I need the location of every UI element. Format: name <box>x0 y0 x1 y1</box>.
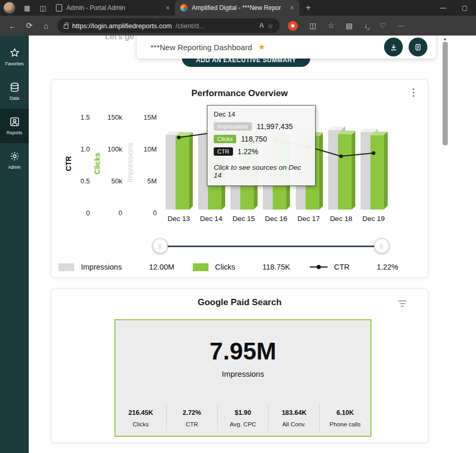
x-axis-label: Dec 15 <box>227 215 260 223</box>
axis-tick: 100k <box>108 145 122 153</box>
favorite-dashboard-star-icon[interactable]: ★ <box>258 42 265 52</box>
metric-label: Avg. CPC <box>218 421 269 427</box>
range-slider-handle-right[interactable]: || <box>374 238 389 253</box>
legend-label: Impressions <box>81 263 122 271</box>
tab-title: Admin - Portal Admin <box>66 4 161 11</box>
partial-greeting-text: Let's ge <box>105 36 134 41</box>
clicks-swatch-icon <box>193 263 208 271</box>
lock-icon <box>64 25 68 29</box>
document-report-button[interactable] <box>409 38 427 56</box>
impressions-metric-box[interactable]: 7.95M Impressions 216.45K Clicks 2.72% C… <box>114 319 371 437</box>
legend-impressions[interactable]: Impressions 12.00M <box>59 263 175 271</box>
kebab-menu-icon[interactable]: ⋮ <box>409 86 419 98</box>
sidebar-item-admin[interactable]: Admin <box>0 143 29 178</box>
sidebar-item-label: Data <box>10 96 19 101</box>
profile-avatar[interactable] <box>4 2 15 14</box>
app-sidebar: Favorites Data Reports Admin <box>0 36 29 453</box>
sidebar-item-data[interactable]: Data <box>0 74 29 109</box>
metric-value: 216.45K <box>115 409 166 416</box>
star-icon <box>9 48 20 58</box>
home-icon[interactable]: ⌂ <box>39 19 53 32</box>
range-slider-handle-left[interactable]: || <box>153 238 168 253</box>
impressions-big-label: Impressions <box>115 369 370 378</box>
metric-value: $1.90 <box>218 409 269 416</box>
extension-icon[interactable]: ✱ <box>288 21 298 31</box>
axis-tick: 10M <box>144 145 157 153</box>
tab-actions-icon[interactable]: ◫ <box>35 4 51 12</box>
metric-avg-cpc[interactable]: $1.90 Avg. CPC <box>217 404 269 431</box>
card-title: Performance Overview <box>51 88 428 99</box>
maximize-button[interactable]: ▢ <box>462 4 468 11</box>
range-slider-track[interactable] <box>167 246 382 247</box>
new-tab-button[interactable]: + <box>306 3 311 13</box>
close-tab-icon[interactable]: × <box>290 4 294 12</box>
chart-tooltip[interactable]: Dec 14 Impressions 11,997,435 Clicks 118… <box>207 105 316 186</box>
x-axis-labels: Dec 13Dec 14Dec 15Dec 16Dec 17Dec 18Dec … <box>162 215 390 224</box>
x-axis-label: Dec 13 <box>162 215 195 223</box>
minimize-button[interactable]: — <box>440 4 446 11</box>
tab-admin-portal[interactable]: Admin - Portal Admin × <box>51 0 175 16</box>
close-tab-icon[interactable]: × <box>166 4 170 12</box>
scrollbar-thumb[interactable] <box>443 42 448 145</box>
sidebar-item-label: Favorites <box>5 61 24 66</box>
dashboard-header-card: ***New Reporting Dashboard ★ <box>137 36 436 59</box>
workspaces-icon[interactable]: ▦ <box>19 4 35 12</box>
clicks-axis-ticks: 150k100k50k0 <box>100 113 122 217</box>
favorite-star-icon[interactable]: ☆ <box>268 22 273 30</box>
tab-amplified-digital[interactable]: Amplified Digital - ***New Repor × <box>175 0 299 16</box>
collections-icon[interactable]: ▤ <box>346 21 353 30</box>
download-report-button[interactable] <box>384 38 403 56</box>
back-icon[interactable]: ← <box>5 19 20 32</box>
axis-tick: 0 <box>86 209 90 217</box>
browser-essentials-icon[interactable]: ♡ <box>379 21 386 30</box>
clicks-value: 118,750 <box>241 135 267 143</box>
metric-phone-calls[interactable]: 6.10K Phone calls <box>319 404 370 431</box>
download-icon <box>390 43 398 51</box>
impressions-value: 11,997,435 <box>257 122 293 131</box>
ctr-line-swatch-icon <box>310 266 328 268</box>
page-scrollbar[interactable]: ▲ <box>442 36 448 453</box>
download-check-icon: ✓ <box>367 26 371 32</box>
dashboard-page: Let's ge ***New Reporting Dashboard ★ AD… <box>29 36 476 453</box>
scrollbar-up-icon[interactable]: ▲ <box>442 36 448 41</box>
google-paid-search-card: Google Paid Search 7.95M Impressions 216… <box>51 288 428 443</box>
browser-titlebar: ▦ ◫ Admin - Portal Admin × Amplified Dig… <box>0 0 476 16</box>
favorites-bar-icon[interactable]: ☆ <box>328 21 334 30</box>
metric-all-conv[interactable]: 183.64K All Conv. <box>268 404 319 431</box>
legend-value: 1.22% <box>377 263 398 271</box>
refresh-icon[interactable]: ⟳ <box>22 19 37 32</box>
x-axis-label: Dec 14 <box>195 215 227 223</box>
legend-clicks[interactable]: Clicks 118.75K <box>193 263 291 271</box>
tab-title: Amplified Digital - ***New Repor <box>192 4 286 11</box>
sidebar-item-favorites[interactable]: Favorites <box>0 40 29 74</box>
address-bar[interactable]: https://login.amplifiedreports.com /clie… <box>57 18 280 33</box>
axis-tick: 150k <box>108 113 122 121</box>
reports-person-icon <box>9 117 20 127</box>
metric-label: Clicks <box>115 421 166 427</box>
url-host: https://login.amplifiedreports.com <box>72 22 172 30</box>
metric-label: Phone calls <box>320 421 370 427</box>
read-aloud-icon[interactable]: A <box>259 22 263 29</box>
split-screen-icon[interactable]: ◫ <box>309 21 316 30</box>
sidebar-item-label: Admin <box>8 165 20 170</box>
document-favicon <box>56 4 62 11</box>
x-axis-label: Dec 19 <box>357 215 390 223</box>
metric-ctr[interactable]: 2.72% CTR <box>166 404 217 431</box>
sidebar-item-label: Reports <box>7 130 22 135</box>
legend-ctr[interactable]: CTR 1.22% <box>310 263 398 271</box>
settings-more-icon[interactable]: ⋯ <box>398 21 405 30</box>
impressions-big-value: 7.95M <box>115 337 370 365</box>
axis-tick: 0.5 <box>80 177 90 185</box>
metric-clicks[interactable]: 216.45K Clicks <box>115 404 166 431</box>
axis-tick: 1.0 <box>80 145 90 153</box>
database-icon <box>9 82 20 92</box>
sidebar-item-reports[interactable]: Reports <box>0 109 29 143</box>
url-path: /client/d... <box>176 22 205 30</box>
x-axis-label: Dec 16 <box>260 215 292 223</box>
clicks-chip: Clicks <box>214 135 236 143</box>
impressions-chip: Impressions <box>214 122 252 131</box>
downloads-icon[interactable]: ↓ ✓ <box>364 21 368 30</box>
legend-label: CTR <box>334 263 350 271</box>
filter-icon[interactable] <box>398 300 407 307</box>
gear-icon <box>9 151 20 161</box>
